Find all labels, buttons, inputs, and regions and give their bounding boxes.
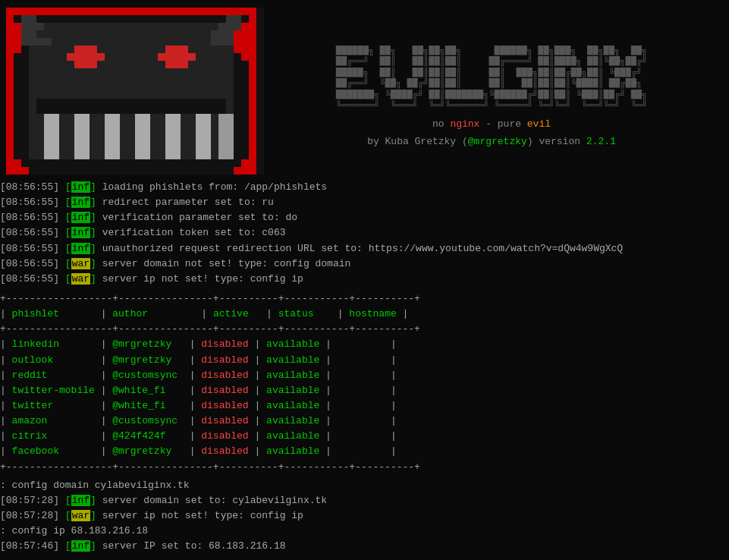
phishlet-status: available: [266, 430, 319, 442]
author-name: @white_fi: [112, 385, 184, 396]
byline-suffix: ) version: [527, 136, 586, 147]
log-msg: server ip not set! type: config ip: [96, 510, 310, 521]
log-msg: server domain not set! type: config doma…: [96, 258, 357, 269]
author-name: @mrgretzky: [112, 445, 184, 457]
log-entry: [08:56:55] [inf] verification token set …: [0, 225, 729, 241]
active-status: disabled: [201, 430, 248, 442]
phishlet-name: outlook: [12, 354, 95, 366]
phishlet-status: available: [266, 445, 319, 457]
author-name: @white_fi: [112, 400, 184, 411]
phishlet-status: available: [266, 338, 319, 350]
log-entry: [08:56:55] [war] server ip not set! type…: [0, 272, 729, 287]
log-entry: [08:56:55] [inf] unauthorized request re…: [0, 241, 729, 256]
log-tag: war: [71, 258, 90, 269]
table-row: | reddit | @customsync | disabled | avai…: [0, 368, 729, 383]
log-msg: server domain set to: cylabevilginx.tk: [96, 495, 327, 506]
log-tag: inf: [71, 243, 90, 254]
byline-handle: @mrgretzky: [468, 136, 527, 147]
log-timestamp: [08:56:55]: [0, 243, 59, 254]
byline-prefix: by Kuba Gretzky (: [367, 136, 468, 147]
log-entry: [08:56:55] [inf] redirect parameter set …: [0, 195, 729, 210]
log-msg: server IP set to: 68.183.216.18: [96, 540, 286, 552]
log-tag: inf: [71, 181, 90, 193]
log-timestamp: [08:56:55]: [0, 197, 59, 208]
log-timestamp: [08:57:28]: [0, 495, 59, 506]
log-timestamp: [08:56:55]: [0, 181, 59, 193]
table-row: | linkedin | @mrgretzky | disabled | ava…: [0, 337, 729, 352]
author-name: @mrgretzky: [112, 338, 184, 350]
pixel-logo: [6, 8, 264, 175]
log-tag: inf: [71, 227, 90, 238]
table-separator: +------------------+----------------+---…: [0, 460, 729, 475]
prompt-line[interactable]: :: [0, 554, 729, 560]
version-text: 2.2.1: [586, 136, 616, 147]
log-section: [08:56:55] [inf] loading phishlets from:…: [0, 178, 729, 288]
log-entry: [08:56:55] [inf] loading phishlets from:…: [0, 180, 729, 195]
log-entry: [08:56:55] [war] server domain not set! …: [0, 256, 729, 272]
log-msg: redirect parameter set to: ru: [96, 197, 274, 208]
log-timestamp: [08:57:28]: [0, 510, 59, 521]
ascii-title: ██████╗ ██╗ ██╗██╗██╗ ██████╗ ██╗███╗ ██…: [336, 35, 647, 112]
table-row: | citrix | @424f424f | disabled | availa…: [0, 429, 729, 444]
phishlet-name: twitter: [12, 400, 95, 411]
evil-text: evil: [527, 118, 551, 130]
log-tag: inf: [71, 212, 90, 223]
active-status: disabled: [201, 445, 248, 457]
log-msg: verification parameter set to: do: [96, 212, 297, 223]
phishlet-name: amazon: [12, 415, 95, 426]
phishlet-name: facebook: [12, 445, 95, 457]
table-separator: +------------------+----------------+---…: [0, 291, 729, 307]
author-name: @mrgretzky: [112, 354, 184, 366]
table-row: | facebook | @mrgretzky | disabled | ava…: [0, 444, 729, 459]
log-msg: loading phishlets from: /app/phishlets: [96, 181, 327, 193]
title-section: ██████╗ ██╗ ██╗██╗██╗ ██████╗ ██╗███╗ ██…: [269, 35, 729, 148]
phishlet-name: twitter-mobile: [12, 385, 95, 396]
nginx-text: nginx: [450, 118, 479, 130]
phishlet-name: citrix: [12, 430, 95, 442]
table-separator: +------------------+----------------+---…: [0, 322, 729, 337]
log-msg: unauthorized request redirection URL set…: [96, 243, 623, 254]
app: ██████╗ ██╗ ██╗██╗██╗ ██████╗ ██╗███╗ ██…: [0, 0, 729, 560]
active-status: disabled: [201, 400, 248, 411]
phishlet-name: reddit: [12, 370, 95, 381]
table-section: +------------------+----------------+---…: [0, 291, 729, 475]
log-tag: war: [71, 273, 90, 285]
log-entry: [08:56:55] [inf] verification parameter …: [0, 210, 729, 225]
table-row: | amazon | @customsync | disabled | avai…: [0, 414, 729, 429]
logo-container: [0, 8, 269, 175]
log-tag: inf: [71, 197, 90, 208]
phishlet-status: available: [266, 370, 319, 381]
bottom-log-entry: [08:57:46] [inf] server IP set to: 68.18…: [0, 539, 729, 554]
active-status: disabled: [201, 415, 248, 426]
active-status: disabled: [201, 354, 248, 366]
phishlet-status: available: [266, 415, 319, 426]
table-row: | twitter | @white_fi | disabled | avail…: [0, 398, 729, 414]
header: ██████╗ ██╗ ██╗██╗██╗ ██████╗ ██╗███╗ ██…: [0, 0, 729, 178]
phishlet-status: available: [266, 385, 319, 396]
author-name: @customsync: [112, 415, 184, 426]
author-name: @424f424f: [112, 430, 184, 442]
subtitle: no nginx - pure evil: [432, 118, 551, 130]
phishlet-status: available: [266, 400, 319, 411]
log-timestamp: [08:56:55]: [0, 212, 59, 223]
bottom-log-section: : config domain cylabevilginx.tk[08:57:2…: [0, 478, 729, 555]
log-timestamp: [08:56:55]: [0, 227, 59, 238]
active-status: disabled: [201, 385, 248, 396]
log-msg: server ip not set! type: config ip: [96, 273, 310, 285]
phishlet-name: linkedin: [12, 338, 95, 350]
log-timestamp: [08:56:55]: [0, 258, 59, 269]
active-status: disabled: [201, 338, 248, 350]
table-row: | outlook | @mrgretzky | disabled | avai…: [0, 353, 729, 368]
log-tag: inf: [71, 495, 90, 506]
byline: by Kuba Gretzky (@mrgretzky) version 2.2…: [367, 136, 616, 147]
phishlet-status: available: [266, 354, 319, 366]
log-msg: verification token set to: c063: [96, 227, 286, 238]
bottom-log-entry: : config domain cylabevilginx.tk: [0, 478, 729, 493]
bottom-log-entry: [08:57:28] [war] server ip not set! type…: [0, 508, 729, 524]
log-tag: war: [71, 510, 90, 521]
log-tag: inf: [71, 540, 90, 552]
active-status: disabled: [201, 370, 248, 381]
table-header: | phishlet | author | active | status | …: [0, 307, 729, 322]
bottom-log-entry: [08:57:28] [inf] server domain set to: c…: [0, 493, 729, 508]
log-timestamp: [08:56:55]: [0, 273, 59, 285]
